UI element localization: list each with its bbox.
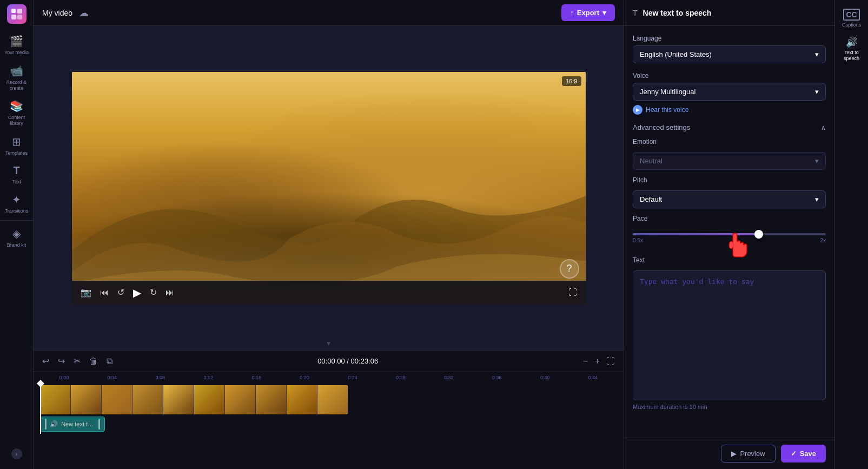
language-label: Language xyxy=(633,35,826,42)
video-thumbnail xyxy=(317,385,348,414)
record-create-icon: 📹 xyxy=(10,64,23,77)
timeline-track-area: 🔊 New text to sp... xyxy=(34,383,624,434)
zoom-out-button[interactable]: − xyxy=(581,354,590,368)
video-track[interactable] xyxy=(40,385,348,414)
redo-button[interactable]: ↪ xyxy=(56,354,67,368)
svg-rect-3 xyxy=(17,15,22,19)
language-section: Language English (United States) ▾ xyxy=(633,35,826,63)
hear-voice-button[interactable]: ▶ Hear this voice xyxy=(633,105,688,115)
main-area: My video ☁ ↑ Export ▾ 16:9 xyxy=(34,0,624,469)
timeline-area: ↩ ↪ ✂ 🗑 ⧉ 00:00.00 / 00:23:06 − + ⛶ 0:00… xyxy=(34,350,624,469)
voice-dropdown[interactable]: Jenny Multilingual ▾ xyxy=(633,83,826,101)
timeline-time: 00:00.00 / 00:23:06 xyxy=(317,357,378,365)
emotion-section: Emotion Neutral ▾ xyxy=(633,138,826,170)
sidebar-item-text[interactable]: T Text xyxy=(0,160,33,189)
play-button[interactable]: ▶ xyxy=(131,284,143,301)
sidebar-item-label: Record &create xyxy=(6,80,27,91)
max-duration-label: Maximum duration is 10 min xyxy=(633,404,826,410)
pitch-dropdown[interactable]: Default ▾ xyxy=(633,190,826,208)
ruler-marks: 0:00 0:04 0:08 0:12 0:16 0:20 0:24 0:28 … xyxy=(40,375,617,380)
expand-timeline-button[interactable]: ⛶ xyxy=(604,354,617,368)
emotion-label: Emotion xyxy=(633,138,826,146)
captions-icon: CC xyxy=(843,9,859,21)
video-container: 16:9 📷 ⏮ ↺ ▶ ↻ ⏭ ⛶ ? xyxy=(72,72,586,305)
language-value: English (United States) xyxy=(640,50,712,58)
pitch-label: Pitch xyxy=(633,176,826,184)
zoom-in-button[interactable]: + xyxy=(593,354,602,368)
emotion-dropdown[interactable]: Neutral ▾ xyxy=(633,152,826,170)
text-input[interactable] xyxy=(633,270,826,400)
delete-button[interactable]: 🗑 xyxy=(87,354,100,368)
right-sidebar: CC Captions 🔊 Text tospeech xyxy=(834,0,868,469)
captions-label: Captions xyxy=(842,22,862,28)
advanced-settings-toggle[interactable]: Advanced settings ∧ xyxy=(633,123,826,131)
voice-value: Jenny Multilingual xyxy=(640,88,695,96)
save-button[interactable]: ✓ Save xyxy=(781,445,826,463)
captions-sidebar-item[interactable]: CC Captions xyxy=(835,4,868,32)
svg-rect-2 xyxy=(11,15,16,19)
sidebar-item-label: Your media xyxy=(4,50,29,56)
preview-label: Preview xyxy=(740,450,765,458)
pace-slider-track xyxy=(633,233,826,235)
tts-sidebar-item[interactable]: 🔊 Text tospeech xyxy=(835,32,868,66)
content-library-icon: 📚 xyxy=(10,100,23,113)
tts-track-label: New text to sp... xyxy=(61,421,95,427)
panel-body: Language English (United States) ▾ Voice… xyxy=(624,26,834,438)
back5-button[interactable]: ↺ xyxy=(115,285,127,300)
save-label: Save xyxy=(800,450,816,458)
video-controls: 📷 ⏮ ↺ ▶ ↻ ⏭ ⛶ xyxy=(72,281,586,305)
svg-rect-0 xyxy=(11,9,16,13)
project-title: My video xyxy=(42,9,72,17)
sidebar-item-templates[interactable]: ⊞ Templates xyxy=(0,131,33,160)
panel-header: T New text to speech xyxy=(624,0,834,26)
playhead[interactable] xyxy=(40,383,41,434)
sidebar-item-label: Templates xyxy=(5,150,28,156)
panel-header-icon: T xyxy=(633,9,638,17)
screenshot-button[interactable]: 📷 xyxy=(78,285,94,300)
sidebar-item-transitions[interactable]: ✦ Transitions xyxy=(0,189,33,218)
tts-track[interactable]: 🔊 New text to sp... xyxy=(40,417,105,432)
pace-labels: 0.5x 2x xyxy=(633,237,826,243)
sidebar-expand-button[interactable]: › xyxy=(11,448,22,459)
pace-slider-thumb[interactable] xyxy=(754,230,763,239)
sidebar-item-brand-kit[interactable]: ◈ Brand kit xyxy=(0,223,33,252)
cut-button[interactable]: ✂ xyxy=(71,354,83,368)
tts-handle-right[interactable] xyxy=(98,419,100,430)
tts-handle-left[interactable] xyxy=(45,419,47,430)
export-button[interactable]: ↑ Export ▾ xyxy=(561,4,615,21)
video-thumbnail xyxy=(194,385,225,414)
sidebar-item-record-create[interactable]: 📹 Record &create xyxy=(0,60,33,96)
skip-button[interactable]: ⏭ xyxy=(163,286,176,300)
timeline-content: 0:00 0:04 0:08 0:12 0:16 0:20 0:24 0:28 … xyxy=(34,372,624,469)
undo-button[interactable]: ↩ xyxy=(40,354,51,368)
save-to-cloud-icon[interactable]: ☁ xyxy=(79,7,89,19)
pace-min-label: 0.5x xyxy=(633,237,643,243)
hear-voice-label: Hear this voice xyxy=(646,106,688,114)
templates-icon: ⊞ xyxy=(12,135,21,148)
ruler-mark: 0:08 xyxy=(136,375,184,380)
fullscreen-button[interactable]: ⛶ xyxy=(566,286,579,300)
advanced-settings-label: Advanced settings xyxy=(633,123,690,131)
voice-label: Voice xyxy=(633,72,826,80)
sidebar-item-your-media[interactable]: 🎬 Your media xyxy=(0,30,33,60)
preview-button[interactable]: ▶ Preview xyxy=(721,445,775,463)
video-thumbnail xyxy=(40,385,71,414)
video-thumbnail xyxy=(132,385,163,414)
advanced-chevron-icon: ∧ xyxy=(821,124,826,131)
language-dropdown[interactable]: English (United States) ▾ xyxy=(633,45,826,63)
canvas-area: 16:9 📷 ⏮ ↺ ▶ ↻ ⏭ ⛶ ? ▾ xyxy=(34,26,624,350)
app-logo[interactable] xyxy=(7,4,26,24)
rewind-button[interactable]: ⏮ xyxy=(98,286,111,300)
sidebar-item-content-library[interactable]: 📚 Contentlibrary xyxy=(0,95,33,131)
ruler-mark: 0:28 xyxy=(376,375,425,380)
pitch-value: Default xyxy=(640,195,662,203)
ruler-mark: 0:40 xyxy=(521,375,569,380)
timeline-zoom: − + ⛶ xyxy=(581,354,617,368)
sidebar-item-label: Brand kit xyxy=(7,242,26,248)
video-thumbnail xyxy=(256,385,287,414)
save-checkmark-icon: ✓ xyxy=(791,450,797,458)
duplicate-button[interactable]: ⧉ xyxy=(104,354,115,368)
help-button[interactable]: ? xyxy=(560,259,579,279)
fwd5-button[interactable]: ↻ xyxy=(148,285,159,300)
timeline-toolbar: ↩ ↪ ✂ 🗑 ⧉ 00:00.00 / 00:23:06 − + ⛶ xyxy=(34,351,624,372)
